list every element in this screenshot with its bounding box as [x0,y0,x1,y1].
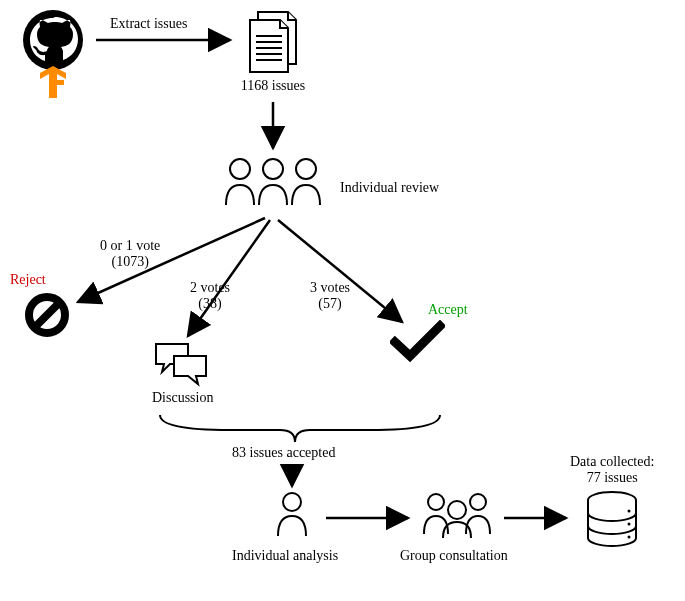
person-icon [272,490,312,538]
branch-right-line1: 3 votes [310,280,350,296]
svg-point-9 [296,159,316,179]
issues-count-label: 1168 issues [238,78,308,94]
svg-point-19 [628,536,631,539]
speech-bubbles-icon [152,340,212,390]
discussion-icon-wrap: Discussion [152,340,213,406]
prohibit-icon [24,292,70,338]
individual-review-label: Individual review [340,180,439,196]
discussion-label: Discussion [152,390,213,406]
individual-analysis-group [272,490,312,538]
data-collected-line1: Data collected: [570,454,654,470]
branch-left-line1: 0 or 1 vote [100,238,160,254]
extract-issues-label: Extract issues [110,16,187,32]
svg-point-15 [448,501,466,519]
review-group [218,155,328,210]
svg-line-23 [188,220,270,336]
data-collected-group: Data collected: 77 issues [570,454,654,550]
checkmark-icon-wrap [390,320,445,365]
documents-icon [238,8,308,78]
svg-line-11 [35,303,59,327]
group-icon [418,490,496,538]
people-icon [218,155,328,210]
reject-label: Reject [10,272,46,288]
database-icon [582,490,642,550]
group-consultation-group [418,490,496,538]
branch-right-line2: (57) [310,296,350,312]
svg-point-7 [230,159,250,179]
branch-right-label: 3 votes (57) [310,280,350,312]
checkmark-icon [390,320,445,365]
svg-point-13 [428,494,444,510]
svg-rect-1 [57,80,64,85]
group-consultation-label: Group consultation [400,548,508,564]
prohibit-icon-wrap [24,292,70,338]
documents-icon-group: 1168 issues [238,8,308,94]
svg-point-14 [470,494,486,510]
svg-point-12 [283,493,301,511]
branch-left-label: 0 or 1 vote (1073) [100,238,160,270]
accept-label: Accept [428,302,468,318]
svg-point-18 [628,523,631,526]
accepted-count-label: 83 issues accepted [232,445,335,461]
github-tensorflow-icon [18,8,88,98]
branch-left-line2: (1073) [100,254,160,270]
branch-middle-label: 2 votes (38) [190,280,230,312]
branch-middle-line1: 2 votes [190,280,230,296]
source-logo [18,8,88,98]
svg-point-8 [263,159,283,179]
branch-middle-line2: (38) [190,296,230,312]
svg-point-17 [628,510,631,513]
data-collected-line2: 77 issues [570,470,654,486]
individual-analysis-label: Individual analysis [232,548,338,564]
